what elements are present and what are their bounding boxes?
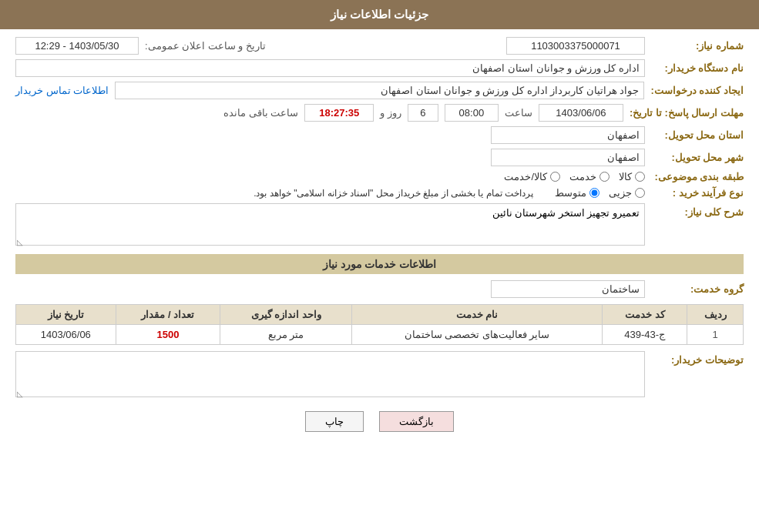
category-kala-label: کالا — [619, 171, 632, 182]
deadline-day-value: 6 — [408, 104, 438, 122]
purchase-jozi-item[interactable]: جزیی — [609, 187, 645, 199]
province-label: استان محل تحویل: — [651, 129, 744, 141]
category-radio-group: کالا خدمت کالا/خدمت — [504, 171, 645, 182]
deadline-label: مهلت ارسال پاسخ: تا تاریخ: — [630, 107, 744, 119]
buyer-notes-label: توضیحات خریدار: — [651, 351, 744, 366]
category-khedmat-item[interactable]: خدمت — [569, 171, 610, 182]
cell-quantity: 1500 — [116, 325, 220, 345]
service-group-value: ساختمان — [491, 280, 645, 298]
col-quantity: تعداد / مقدار — [116, 305, 220, 325]
category-kala-khedmat-radio[interactable] — [550, 172, 560, 182]
cell-unit: متر مربع — [220, 325, 352, 345]
need-description-label: شرح کلی نیاز: — [651, 203, 744, 218]
buyer-notes-textarea[interactable] — [15, 351, 645, 397]
deadline-time-value: 08:00 — [445, 104, 499, 122]
purchase-jozi-label: جزیی — [609, 187, 632, 199]
deadline-remaining-value: 18:27:35 — [304, 104, 374, 122]
category-kala-item[interactable]: کالا — [619, 171, 645, 182]
purchase-radio-group: جزیی متوسط — [555, 187, 645, 199]
city-value: اصفهان — [491, 149, 645, 166]
deadline-day-label: روز و — [380, 107, 401, 119]
cell-row-num: 1 — [687, 325, 744, 345]
need-number-value: 1103003375000071 — [506, 37, 645, 55]
resize-icon: ◺ — [17, 238, 23, 246]
purchase-notice: پرداخت تمام یا بخشی از مبلغ خریداز محل "… — [254, 188, 533, 199]
city-label: شهر محل تحویل: — [651, 152, 744, 163]
category-kala-radio[interactable] — [635, 172, 645, 182]
announce-date-label: تاریخ و ساعت اعلان عمومی: — [145, 40, 266, 52]
col-unit: واحد اندازه گیری — [220, 305, 352, 325]
purchase-motavaset-label: متوسط — [555, 187, 586, 199]
print-button[interactable]: چاپ — [305, 411, 364, 432]
province-value: اصفهان — [491, 126, 645, 144]
deadline-remaining-label: ساعت باقی مانده — [223, 107, 298, 119]
creator-value: جواد هراتیان کاربرداز اداره کل ورزش و جو… — [115, 82, 644, 99]
purchase-jozi-radio[interactable] — [635, 188, 645, 198]
back-button[interactable]: بازگشت — [379, 411, 454, 432]
col-service-code: کد خدمت — [603, 305, 687, 325]
purchase-motavaset-radio[interactable] — [589, 188, 599, 198]
table-row: 1 ج-43-439 سایر فعالیت‌های تخصصی ساختمان… — [16, 325, 744, 345]
org-label: نام دستگاه خریدار: — [651, 62, 744, 74]
announce-date-value: 1403/05/30 - 12:29 — [15, 37, 139, 55]
col-service-name: نام خدمت — [352, 305, 603, 325]
purchase-motavaset-item[interactable]: متوسط — [555, 187, 599, 199]
deadline-date: 1403/06/06 — [539, 104, 623, 122]
category-kala-khedmat-item[interactable]: کالا/خدمت — [504, 171, 560, 182]
deadline-time-label: ساعت — [505, 107, 532, 119]
category-khedmat-label: خدمت — [569, 171, 596, 182]
services-table: ردیف کد خدمت نام خدمت واحد اندازه گیری ت… — [15, 304, 744, 345]
need-description-textarea[interactable]: <span data-bind="fields.need_description… — [15, 203, 645, 246]
page-title: جزئیات اطلاعات نیاز — [331, 8, 428, 21]
services-section-header: اطلاعات خدمات مورد نیاز — [15, 254, 744, 274]
purchase-type-label: نوع فرآیند خرید : — [651, 187, 744, 199]
org-value: اداره کل ورزش و جوانان استان اصفهان — [15, 59, 645, 77]
button-bar: بازگشت چاپ — [15, 411, 744, 432]
need-number-label: شماره نیاز: — [651, 40, 744, 52]
category-khedmat-radio[interactable] — [599, 172, 610, 182]
service-group-label: گروه خدمت: — [651, 283, 744, 295]
col-need-date: تاریخ نیاز — [16, 305, 116, 325]
cell-need-date: 1403/06/06 — [16, 325, 116, 345]
page-header: جزئیات اطلاعات نیاز — [0, 0, 759, 29]
creator-label: ایجاد کننده درخواست: — [650, 85, 744, 96]
col-row-num: ردیف — [687, 305, 744, 325]
category-label: طبقه بندی موضوعی: — [651, 171, 744, 182]
cell-service-name: سایر فعالیت‌های تخصصی ساختمان — [352, 325, 603, 345]
resize-icon-2: ◺ — [17, 390, 23, 398]
cell-service-code: ج-43-439 — [603, 325, 687, 345]
category-kala-khedmat-label: کالا/خدمت — [504, 171, 547, 182]
contact-link[interactable]: اطلاعات تماس خریدار — [15, 85, 109, 96]
